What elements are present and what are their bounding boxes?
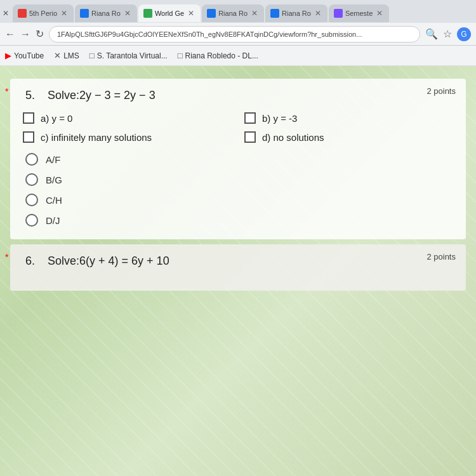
points-label-5: 2 points	[426, 86, 456, 96]
answer-label-c: c) infinitely many solutions	[41, 132, 152, 143]
address-bar: ← → ↻ 1FAlpQLSfttGJ6P9u4GbjcCdOlYEENeXfS…	[0, 23, 476, 46]
profile-icon[interactable]: G	[457, 27, 471, 41]
tab-favicon-1	[18, 9, 27, 18]
tab-close-5[interactable]: ✕	[314, 9, 322, 18]
riana-icon: □	[178, 51, 183, 60]
bookmark-tarantola-label: S. Tarantola Virtual...	[97, 51, 168, 60]
radio-option-af[interactable]: A/F	[25, 153, 453, 166]
tab-favicon-4	[207, 9, 216, 18]
radio-af[interactable]	[25, 153, 38, 166]
checkbox-b[interactable]	[244, 112, 256, 124]
tab-close-1[interactable]: ✕	[60, 9, 69, 18]
tab-riana-2[interactable]: Riana Ro ✕	[202, 4, 264, 22]
radio-group: A/F B/G C/H D/J	[23, 153, 453, 227]
bookmark-riana-label: Riana Robledo - DL...	[185, 51, 258, 60]
answer-option-a[interactable]: a) y = 0	[23, 112, 232, 124]
bookmark-riana[interactable]: □ Riana Robledo - DL...	[178, 51, 258, 60]
answer-option-b[interactable]: b) y = -3	[244, 112, 453, 124]
bookmark-youtube-label: YouTube	[14, 51, 44, 60]
tab-riana-1[interactable]: Riana Ro ✕	[75, 4, 137, 22]
radio-ch[interactable]	[25, 194, 38, 206]
radio-option-ch[interactable]: C/H	[25, 194, 453, 206]
answer-option-c[interactable]: c) infinitely many solutions	[23, 131, 232, 143]
tab-label-3: World Ge	[155, 10, 184, 17]
bookmark-lms[interactable]: ✕ LMS	[54, 51, 79, 60]
radio-label-ch: C/H	[46, 195, 62, 206]
tab-world-ge[interactable]: World Ge ✕	[138, 4, 201, 22]
url-input[interactable]: 1FAlpQLSfttGJ6P9u4GbjcCdOlYEENeXfSn0Th_e…	[49, 26, 420, 43]
back-button[interactable]: ←	[5, 29, 15, 40]
forward-button[interactable]: →	[20, 29, 30, 40]
tarantola-icon: □	[89, 51, 95, 60]
question-6-title: 6. Solve:6(y + 4) = 6y + 10	[23, 255, 453, 268]
required-star-5: *	[5, 86, 8, 96]
tab-label-6: Semeste	[345, 10, 373, 17]
checkbox-a[interactable]	[23, 112, 34, 124]
browser-chrome: ✕ 5th Perio ✕ Riana Ro ✕ World Ge ✕ Rian…	[0, 0, 476, 66]
bookmarks-bar: ▶ YouTube ✕ LMS □ S. Tarantola Virtual..…	[0, 46, 476, 66]
window-close[interactable]: ✕	[3, 9, 9, 18]
tab-semester[interactable]: Semeste ✕	[329, 4, 389, 22]
radio-label-dj: D/J	[46, 215, 60, 226]
lms-icon: ✕	[54, 51, 61, 60]
refresh-button[interactable]: ↻	[36, 28, 44, 40]
bookmark-youtube[interactable]: ▶ YouTube	[5, 51, 44, 60]
answer-option-d[interactable]: d) no solutions	[244, 131, 453, 143]
tab-label-5: Riana Ro	[282, 10, 311, 17]
tab-riana-3[interactable]: Riana Ro ✕	[265, 4, 327, 22]
tab-close-6[interactable]: ✕	[375, 9, 384, 18]
tab-label-1: 5th Perio	[29, 10, 57, 17]
tab-favicon-3	[143, 9, 152, 18]
radio-bg[interactable]	[25, 173, 38, 186]
required-star-6: *	[5, 252, 8, 262]
radio-label-af: A/F	[46, 154, 60, 165]
checkbox-d[interactable]	[244, 131, 256, 143]
tab-favicon-2	[80, 9, 89, 18]
question-6-number: 6.	[25, 255, 35, 267]
bookmark-tarantola[interactable]: □ S. Tarantola Virtual...	[89, 51, 168, 60]
question-5-card: * 2 points 5. Solve:2y − 3 = 2y − 3 a) y…	[10, 79, 466, 239]
youtube-icon: ▶	[5, 51, 11, 60]
section-divider	[0, 239, 476, 244]
page-content: * 2 points 5. Solve:2y − 3 = 2y − 3 a) y…	[0, 66, 476, 476]
answer-label-d: d) no solutions	[262, 132, 324, 143]
radio-option-dj[interactable]: D/J	[25, 214, 453, 227]
checkbox-c[interactable]	[23, 131, 34, 143]
radio-option-bg[interactable]: B/G	[25, 173, 453, 186]
question-6-text: Solve:6(y + 4) = 6y + 10	[48, 255, 169, 267]
question-6-card: * 2 points 6. Solve:6(y + 4) = 6y + 10	[10, 244, 466, 291]
answer-label-a: a) y = 0	[41, 113, 72, 124]
tab-close-3[interactable]: ✕	[187, 9, 195, 18]
bookmark-lms-label: LMS	[63, 51, 79, 60]
tab-close-2[interactable]: ✕	[123, 9, 132, 18]
answer-label-b: b) y = -3	[262, 113, 297, 124]
tab-close-4[interactable]: ✕	[250, 9, 259, 18]
tab-bar: ✕ 5th Perio ✕ Riana Ro ✕ World Ge ✕ Rian…	[0, 0, 476, 23]
answer-grid: a) y = 0 b) y = -3 c) infinitely many so…	[23, 112, 453, 143]
tab-label-2: Riana Ro	[91, 10, 121, 17]
points-label-6: 2 points	[426, 252, 456, 261]
tab-favicon-5	[270, 9, 279, 18]
search-icon[interactable]: 🔍	[425, 28, 438, 40]
tab-5th-perio[interactable]: 5th Perio ✕	[13, 4, 74, 22]
question-5-title: 5. Solve:2y − 3 = 2y − 3	[23, 89, 453, 102]
star-icon[interactable]: ☆	[443, 28, 452, 40]
question-5-text: Solve:2y − 3 = 2y − 3	[48, 89, 155, 102]
tab-label-4: Riana Ro	[218, 10, 248, 17]
question-5-number: 5.	[25, 89, 35, 102]
radio-dj[interactable]	[25, 214, 38, 227]
address-icons: 🔍 ☆ G	[425, 27, 471, 41]
tab-favicon-6	[334, 9, 343, 18]
radio-label-bg: B/G	[46, 175, 62, 185]
